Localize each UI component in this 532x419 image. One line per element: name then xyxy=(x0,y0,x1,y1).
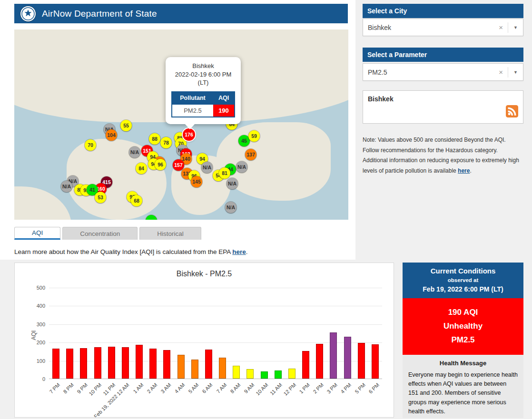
chart-bar[interactable] xyxy=(219,358,226,379)
rss-feed-box: Bishkek xyxy=(363,90,523,124)
observed-at-label: observed at xyxy=(405,277,521,283)
x-tick-label: 3 AM xyxy=(159,382,172,394)
map-marker[interactable]: N/A xyxy=(61,181,72,192)
map-marker[interactable] xyxy=(146,215,157,220)
map-marker[interactable]: 96 xyxy=(155,159,166,170)
chart-bar[interactable] xyxy=(122,347,129,379)
x-tick-label: 6 PM xyxy=(367,382,380,395)
city-caret-icon[interactable]: ▼ xyxy=(508,25,523,30)
aqi-map[interactable]: 55N/A1047088788870176644559137N/A1519413… xyxy=(14,29,348,220)
app-header: AirNow Department of State xyxy=(14,4,348,23)
map-marker[interactable]: 88 xyxy=(149,133,160,145)
popup-aqi-value: 190 xyxy=(213,104,234,117)
y-tick-label: 0 xyxy=(26,376,45,382)
x-tick-label: 12 PM xyxy=(282,382,297,397)
chart-bar[interactable] xyxy=(344,337,351,379)
chart-bar[interactable] xyxy=(275,370,282,379)
x-tick-label: 7 PM xyxy=(48,382,61,395)
chart-bar[interactable] xyxy=(302,351,309,379)
y-tick-label: 300 xyxy=(26,322,45,327)
map-marker[interactable]: 53 xyxy=(95,192,106,203)
map-marker[interactable]: N/A xyxy=(201,162,213,173)
map-popup: Bishkek 2022-02-19 6:00 PM (LT) Pollutan… xyxy=(166,57,241,124)
chart-bar[interactable] xyxy=(261,371,268,379)
x-tick-label: 9 PM xyxy=(76,382,89,395)
map-marker[interactable]: 81 xyxy=(219,167,230,179)
note-suffix: . xyxy=(470,167,471,174)
chart-gridline xyxy=(49,288,382,288)
tab-aqi[interactable]: AQI xyxy=(14,227,60,240)
chart-bar[interactable] xyxy=(149,349,157,379)
chart-bar[interactable] xyxy=(108,347,115,379)
rss-city-title: Bishkek xyxy=(368,95,394,103)
chart-bar[interactable] xyxy=(80,348,87,379)
note-prefix: Note: Values above 500 are considered Be… xyxy=(363,136,519,174)
chart-bar[interactable] xyxy=(233,366,240,379)
current-conditions-header: Current Conditions observed at Feb 19, 2… xyxy=(403,263,523,298)
popup-table-header: Pollutant AQI xyxy=(172,92,234,104)
chart-y-axis-label: AQI xyxy=(30,331,37,341)
dos-seal-logo xyxy=(20,6,36,22)
map-marker[interactable]: 137 xyxy=(245,149,256,160)
tab-historical[interactable]: Historical xyxy=(139,227,201,240)
map-marker[interactable]: 176 xyxy=(183,128,195,141)
parameter-select[interactable]: PM2.5 × ▼ xyxy=(363,63,523,81)
parameter-caret-icon[interactable]: ▼ xyxy=(508,70,523,75)
map-marker[interactable]: 145 xyxy=(191,176,202,187)
chart-bar[interactable] xyxy=(288,369,296,379)
popup-table: Pollutant AQI PM2.5 190 xyxy=(171,91,235,117)
map-marker[interactable]: N/A xyxy=(236,161,247,173)
chart-bar[interactable] xyxy=(246,369,254,379)
popup-pollutant-value: PM2.5 xyxy=(172,104,213,117)
chart-bar[interactable] xyxy=(372,344,379,379)
chart-bar[interactable] xyxy=(163,350,170,379)
chart-bar[interactable] xyxy=(66,349,73,379)
epa-link[interactable]: here xyxy=(232,248,246,255)
chart-bar[interactable] xyxy=(330,332,337,379)
map-marker[interactable]: 84 xyxy=(136,163,147,174)
popup-city: Bishkek xyxy=(169,62,237,70)
map-marker[interactable]: 78 xyxy=(160,137,172,148)
map-marker[interactable]: 157 xyxy=(173,159,184,171)
chart-bar[interactable] xyxy=(358,343,365,379)
map-marker[interactable]: 70 xyxy=(85,139,96,151)
map-marker[interactable]: 68 xyxy=(131,195,142,206)
chart-bar[interactable] xyxy=(136,345,143,379)
current-conditions-title: Current Conditions xyxy=(405,267,521,275)
beyond-aqi-note: Note: Values above 500 are considered Be… xyxy=(363,135,523,176)
chart-bar[interactable] xyxy=(94,347,101,379)
rss-icon[interactable] xyxy=(506,105,518,119)
city-clear-icon[interactable]: × xyxy=(494,23,508,31)
select-parameter-header: Select a Parameter xyxy=(363,48,523,62)
chart-bar[interactable] xyxy=(205,350,212,379)
learn-more-text: Learn more about how the Air Quality Ind… xyxy=(14,248,248,255)
popup-aqi-header: AQI xyxy=(213,92,234,104)
aqi-value: 190 AQI xyxy=(405,306,521,320)
observed-datetime: Feb 19, 2022 6:00 PM (LT) xyxy=(405,285,521,293)
x-tick-label: 5 AM xyxy=(187,382,200,394)
x-tick-label: 8 PM xyxy=(62,382,75,395)
parameter-clear-icon[interactable]: × xyxy=(494,68,508,76)
chart-bar[interactable] xyxy=(191,360,198,379)
map-marker[interactable]: N/A xyxy=(227,178,238,189)
popup-timezone: (LT) xyxy=(169,78,237,87)
map-marker[interactable]: 59 xyxy=(248,130,260,142)
tab-concentration[interactable]: Concentration xyxy=(62,227,138,240)
y-tick-label: 100 xyxy=(26,358,45,364)
chart-bar[interactable] xyxy=(316,344,323,379)
note-here-link[interactable]: here xyxy=(458,167,470,174)
x-tick-label: 7 AM xyxy=(215,382,227,394)
map-marker[interactable]: N/A xyxy=(129,146,140,158)
map-marker[interactable]: 104 xyxy=(106,129,117,141)
chart-title: Bishkek - PM2.5 xyxy=(15,270,394,278)
map-marker[interactable]: 55 xyxy=(120,120,132,131)
popup-pollutant-header: Pollutant xyxy=(172,92,213,104)
city-select[interactable]: Bishkek × ▼ xyxy=(363,19,523,36)
airnow-page: AirNow Department of State 55N/A10470887… xyxy=(0,0,532,419)
chart-bar[interactable] xyxy=(52,349,59,379)
map-marker[interactable]: N/A xyxy=(225,202,236,213)
x-tick-label: 6 AM xyxy=(201,382,214,394)
app-title: AirNow Department of State xyxy=(42,9,157,19)
popup-pointer xyxy=(185,124,195,129)
chart-bar[interactable] xyxy=(177,355,185,379)
